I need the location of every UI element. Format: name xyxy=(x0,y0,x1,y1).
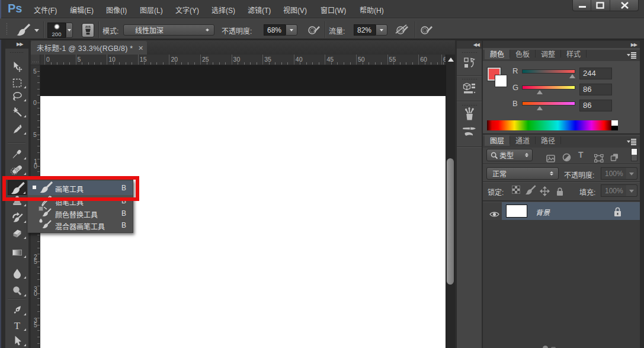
svg-text:T: T xyxy=(14,320,20,331)
